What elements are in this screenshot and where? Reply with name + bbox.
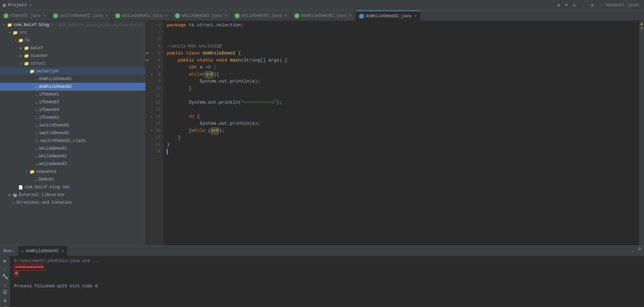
switchDemo02-label: switchDemo02: [39, 131, 69, 136]
Demo01-label: Demo01: [39, 177, 54, 182]
tab-label-switchDemo02: switchDemo02.java: [60, 13, 103, 18]
tab-whileDemo03[interactable]: whileDemo03.java ×: [231, 11, 291, 21]
breakpoint-8: ◇: [151, 71, 152, 78]
sidebar-item-ifDemo04[interactable]: ▶ ☕ ifDemo04: [0, 106, 145, 114]
code-line-19: [167, 148, 639, 155]
warning-marker: ▲ 4: [639, 21, 644, 30]
tab-whileDemo02[interactable]: whileDemo02.java ×: [171, 11, 231, 21]
run-sidebar-tools: ▶ ↑ 🔧 ↓ ☰ ⇅ ⎙: [0, 256, 11, 307]
run-gear-icon[interactable]: ⚙: [638, 246, 641, 256]
sidebar-item-iml[interactable]: ▶ 📄 com.baixf.blog.iml: [0, 183, 145, 191]
run-up-button[interactable]: ↑: [1, 266, 9, 272]
sidebar-item-Demo01[interactable]: ▶ ☕ Demo01: [0, 176, 145, 183]
root-label: com.baixf.blog: [14, 22, 49, 27]
run-arrow-5: ▶: [147, 50, 149, 57]
sidebar-item-baixf[interactable]: ▶ 📁 baixf: [0, 44, 145, 52]
tab-close-whileDemo02[interactable]: ×: [225, 14, 227, 18]
tab-close-whileDemo03[interactable]: ×: [285, 14, 287, 18]
gutter-1: 1: [146, 22, 161, 29]
tab-close-doWhileDemo02[interactable]: ×: [414, 14, 416, 18]
tab-switchDemo02[interactable]: switchDemo02.java ×: [50, 11, 112, 21]
gutter-18: 18: [146, 141, 161, 148]
run-filter-button[interactable]: ⇅: [1, 298, 9, 303]
tab-label-doWhileDemo01: doWhileDemo01.java: [301, 13, 347, 18]
sidebar-item-switchDemo02[interactable]: ▶ ☕ switchDemo02: [0, 129, 145, 137]
code-line-4: //while与do while比较: [167, 43, 639, 50]
run-path-text: D:\envirment\jdk8\bin\java.exe ...: [14, 258, 100, 264]
run-down-button[interactable]: ↓: [1, 282, 9, 287]
sidebar-item-switchDemo01[interactable]: ▶ ☕ switchDemo01: [0, 122, 145, 129]
sidebar-item-scanner[interactable]: ▶ 📁 scanner: [0, 52, 145, 60]
sidebar-item-ifDemo03[interactable]: ▶ ☕ ifDemo03: [0, 98, 145, 106]
run-play-button[interactable]: ▶: [1, 258, 9, 264]
code-line-3: [167, 36, 639, 43]
baixf-label: baixf: [31, 46, 43, 51]
sidebar-item-tk[interactable]: ▾ 📁 tk: [0, 37, 145, 44]
doWhileDemo02-label: doWhileDemo02: [39, 84, 72, 89]
tab-label-whileDemo02: whileDemo02.java: [182, 13, 222, 18]
java-icon-switchDemo01: ☕: [35, 123, 38, 128]
nav-icon-3[interactable]: ⇅: [573, 2, 575, 8]
project-label[interactable]: Project: [8, 2, 27, 8]
sidebar-item-doWhileDemo02[interactable]: ▶ ☕ doWhileDemo02: [0, 83, 145, 91]
run-output-equals: ===========: [14, 264, 44, 271]
sidebar-item-whileDemo01[interactable]: ▶ ☕ whileDemo01: [0, 145, 145, 152]
sidebar-item-sequence[interactable]: ▾ 📁 sequence: [0, 168, 145, 176]
sidebar-item-scratches[interactable]: ▶ ✎ Scratches and Consoles: [0, 199, 145, 207]
sidebar-item-whileDemo02[interactable]: ▶ ☕ whileDemo02: [0, 152, 145, 160]
sidebar-item-struct[interactable]: ▾ 📁 struct: [0, 60, 145, 67]
iml-label: com.baixf.blog.iml: [25, 185, 70, 190]
code-line-17: }: [167, 134, 639, 141]
tab-whileDemo01[interactable]: whileDemo01.java ×: [112, 11, 171, 21]
run-tab-doWhileDemo02[interactable]: ☕ doWhileDemo02 ×: [18, 246, 68, 256]
run-print-button[interactable]: ⎙: [1, 306, 9, 307]
java-icon-ifDemo01: ☕: [35, 92, 38, 97]
code-line-13: [167, 106, 639, 113]
run-wrench-button[interactable]: 🔧: [1, 274, 9, 280]
sidebar-item-ifDemo01[interactable]: ▶ ☕ ifDemo01: [0, 91, 145, 98]
java-icon-doWhileDemo01: ☕: [35, 77, 38, 81]
nav-icon-1[interactable]: ⊕: [558, 2, 560, 8]
nav-icon-2[interactable]: ≡: [565, 2, 568, 8]
code-editor[interactable]: 1 2 3 4 ▶ 5 ▶ 6 7 ◇ 8 9 10 11 12 13 ◇: [146, 21, 644, 246]
project-dropdown[interactable]: ▾: [29, 2, 32, 8]
tab-close-hDemo01[interactable]: ×: [43, 14, 46, 18]
sidebar-item-doWhileDemo01[interactable]: ▶ ☕ doWhileDemo01: [0, 75, 145, 83]
scroll-track[interactable]: ▲ 4: [639, 21, 644, 246]
run-output-line-2: ===========: [14, 264, 640, 270]
sidebar-item-switchDemo02class[interactable]: ▶ ⬡ switchDemo02.class: [0, 137, 145, 145]
sidebar-item-whileDemo03[interactable]: ▶ ☕ whileDemo03: [0, 160, 145, 168]
sidebar-item-ifDome02[interactable]: ▶ ☕ ifDome02: [0, 114, 145, 122]
code-content[interactable]: package tk.struct.selection; //while与do …: [163, 21, 639, 246]
code-line-14: do {: [167, 113, 639, 120]
run-list-button[interactable]: ☰: [1, 289, 9, 295]
ext-label: External Libraries: [19, 192, 65, 197]
settings-icon[interactable]: ⚙: [591, 2, 594, 8]
src-arrow: ▾: [7, 31, 13, 35]
ifDemo03-label: ifDemo03: [39, 100, 59, 105]
switchDemo02class-label: switchDemo02.class: [40, 138, 86, 143]
scanner-label: scanner: [31, 53, 48, 58]
run-output-line-1: D:\envirment\jdk8\bin\java.exe ...: [14, 258, 640, 264]
run-tab-label: doWhileDemo02: [26, 249, 59, 254]
sidebar-root[interactable]: ▾ 📁 com.baixf.blog D:\桌面\寒假学习\Java\javas…: [0, 21, 145, 29]
sidebar-item-selection[interactable]: ▾ 📁 selection: [0, 67, 145, 75]
ifDome02-label: ifDome02: [39, 115, 59, 120]
run-output-line-3: 0: [14, 270, 640, 277]
code-line-6: public static void main(String[] args) {: [167, 57, 639, 64]
run-output-zero: 0: [14, 270, 19, 277]
run-tab-close[interactable]: ×: [61, 249, 64, 253]
folder-icon-selection: 📁: [30, 69, 35, 74]
sidebar-item-src[interactable]: ▾ 📁 src: [0, 29, 145, 37]
gutter-12: 12: [146, 99, 161, 106]
tab-close-doWhileDemo01[interactable]: ×: [349, 14, 352, 18]
sidebar-item-external-libraries[interactable]: ▶ 📚 External Libraries: [0, 191, 145, 199]
tab-doWhileDemo02[interactable]: doWhileDemo02.java ×: [356, 11, 420, 21]
gutter-8: ◇ 8: [146, 71, 161, 78]
whileDemo02-label: whileDemo02: [39, 154, 67, 159]
gutter-16: ◇ 16: [146, 127, 161, 134]
tab-close-whileDemo01[interactable]: ×: [165, 14, 168, 18]
tab-close-switchDemo02[interactable]: ×: [105, 14, 108, 18]
tab-hDemo01[interactable]: hDemo01.java ×: [0, 11, 50, 21]
tab-doWhileDemo01[interactable]: doWhileDemo01.java ×: [291, 11, 356, 21]
